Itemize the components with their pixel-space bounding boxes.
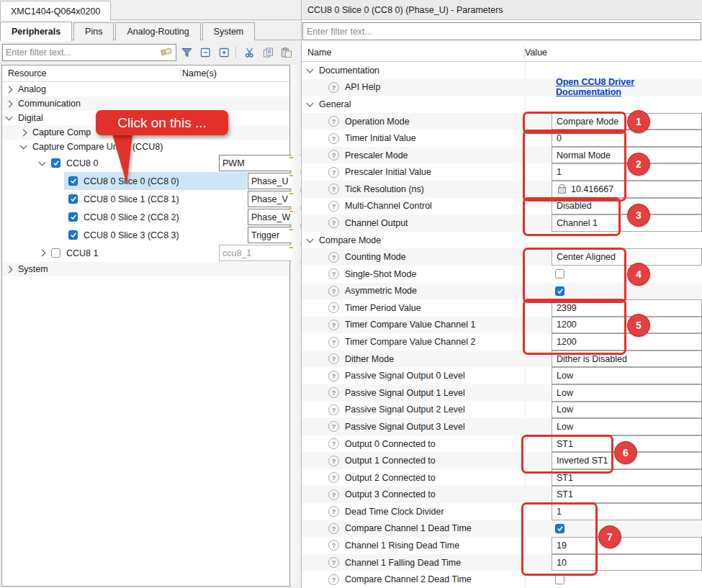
tab-peripherals[interactable]: Peripherals: [0, 22, 72, 41]
param-value-dropdown[interactable]: Low: [552, 402, 702, 419]
param-value-dropdown[interactable]: Dither is Disabled: [552, 350, 702, 368]
chevron-down-icon[interactable]: [20, 143, 27, 150]
help-icon[interactable]: ?: [328, 302, 339, 313]
help-icon[interactable]: ?: [328, 472, 339, 483]
help-icon[interactable]: ?: [328, 150, 339, 160]
param-value-input[interactable]: 1: [552, 503, 702, 520]
tree-row-ccu8-0-slice-2-cc8-2[interactable]: CCU8 0 Slice 2 (CC8 2)Phase_W: [2, 208, 289, 226]
copy-icon[interactable]: [259, 45, 276, 60]
param-label: Timer Initial Value: [345, 133, 416, 143]
help-icon[interactable]: ?: [328, 574, 339, 585]
help-icon[interactable]: ?: [328, 268, 339, 279]
param-value-input[interactable]: 1200: [552, 333, 702, 350]
help-icon[interactable]: ?: [328, 337, 339, 348]
tree-row-ccu8-0-slice-1-cc8-1[interactable]: CCU8 0 Slice 1 (CC8 1)Phase_V: [2, 190, 289, 208]
tree-row-ccu8-1[interactable]: CCU8 1ccu8_1: [2, 244, 289, 262]
name-column-header[interactable]: Name: [302, 48, 525, 58]
column-divider[interactable]: [181, 67, 181, 80]
chevron-down-icon[interactable]: [307, 65, 314, 73]
tree-row-ccu8-0-slice-0-cc8-0[interactable]: CCU8 0 Slice 0 (CC8 0)Phase_U: [2, 172, 289, 190]
help-icon[interactable]: ?: [328, 438, 339, 449]
help-icon[interactable]: ?: [328, 506, 339, 517]
value-column-header[interactable]: Value: [525, 48, 547, 58]
left-filter-input[interactable]: Enter filter text...: [2, 44, 176, 61]
help-icon[interactable]: ?: [328, 387, 339, 398]
param-value-dropdown[interactable]: ST1: [552, 469, 702, 487]
help-icon[interactable]: ?: [328, 252, 339, 263]
collapse-all-icon[interactable]: [197, 45, 214, 60]
resource-column-header[interactable]: Resource: [2, 68, 182, 78]
param-value-dropdown[interactable]: ST1: [552, 486, 702, 503]
cut-icon[interactable]: [240, 45, 258, 60]
help-icon[interactable]: ?: [328, 116, 339, 127]
param-row-channel-1-rising-dead-time: ?Channel 1 Rising Dead Time19: [302, 537, 702, 554]
help-icon[interactable]: ?: [328, 217, 339, 228]
checked-checkbox[interactable]: [555, 524, 564, 533]
unchecked-checkbox[interactable]: [51, 248, 60, 258]
filter-funnel-icon[interactable]: [178, 45, 195, 60]
checked-checkbox[interactable]: [68, 230, 78, 240]
param-label: Channel Output: [345, 218, 408, 228]
names-column-header[interactable]: Name(s): [182, 68, 217, 78]
help-icon[interactable]: ?: [328, 320, 339, 330]
documentation-link[interactable]: Open CCU8 Driver Documentation: [556, 77, 702, 97]
help-icon[interactable]: ?: [328, 404, 339, 415]
tree-row-ccu8-0[interactable]: CCU8 0PWM: [2, 154, 289, 172]
help-icon[interactable]: ?: [328, 167, 339, 178]
help-icon[interactable]: ?: [328, 184, 339, 194]
checked-checkbox[interactable]: [68, 176, 78, 186]
section-label: General: [319, 99, 351, 109]
column-divider[interactable]: [524, 46, 525, 59]
tree-row-communication[interactable]: Communication: [2, 96, 289, 111]
tree-row-ccu8-0-slice-3-cc8-3[interactable]: CCU8 0 Slice 3 (CC8 3)Trigger: [2, 226, 289, 244]
chevron-down-icon[interactable]: [6, 114, 13, 121]
chevron-right-icon[interactable]: [6, 86, 13, 93]
param-value-input[interactable]: 2399: [552, 299, 702, 317]
help-icon[interactable]: ?: [328, 557, 339, 568]
eraser-icon[interactable]: [161, 47, 173, 58]
tab-pins[interactable]: Pins: [73, 22, 114, 40]
tab-system[interactable]: System: [202, 22, 256, 40]
chevron-right-icon[interactable]: [6, 266, 13, 273]
tree-row-system[interactable]: System: [2, 262, 289, 276]
window-tab[interactable]: XMC1404-Q064x0200: [0, 1, 111, 21]
checked-checkbox[interactable]: [555, 286, 564, 296]
chevron-down-icon[interactable]: [39, 158, 46, 166]
help-icon[interactable]: ?: [328, 523, 339, 534]
chevron-down-icon[interactable]: [307, 235, 314, 243]
checked-checkbox[interactable]: [51, 158, 60, 168]
left-scroll-strip[interactable]: [292, 65, 300, 587]
chevron-right-icon[interactable]: [39, 250, 46, 257]
param-value-dropdown[interactable]: Low: [552, 384, 702, 402]
chevron-right-icon[interactable]: [6, 100, 13, 107]
help-icon[interactable]: ?: [328, 201, 339, 212]
chevron-right-icon[interactable]: [20, 129, 27, 136]
help-icon[interactable]: ?: [328, 133, 339, 144]
checked-checkbox[interactable]: [68, 194, 78, 204]
tab-analog-routing[interactable]: Analog-Routing: [115, 22, 200, 40]
chevron-down-icon[interactable]: [307, 99, 314, 107]
help-icon[interactable]: ?: [328, 421, 339, 432]
help-icon[interactable]: ?: [328, 82, 339, 93]
param-value-input[interactable]: 10: [552, 554, 702, 571]
checked-checkbox[interactable]: [68, 212, 78, 222]
param-value-dropdown[interactable]: Center Aligned: [552, 248, 702, 266]
param-value-dropdown[interactable]: Low: [552, 367, 702, 384]
unchecked-checkbox[interactable]: [555, 269, 564, 279]
tree-row-capture-compare-unit-8-ccu8[interactable]: Capture Compare Unit 8 (CCU8): [2, 140, 289, 154]
expand-all-icon[interactable]: [215, 45, 233, 60]
paste-icon[interactable]: [278, 45, 295, 60]
param-value-input[interactable]: 19: [552, 537, 702, 554]
param-value-dropdown[interactable]: Low: [552, 418, 702, 435]
parameters-filter-input[interactable]: Enter filter text...: [302, 22, 701, 40]
help-icon[interactable]: ?: [328, 353, 339, 364]
help-icon[interactable]: ?: [328, 540, 339, 551]
help-icon[interactable]: ?: [328, 371, 339, 381]
help-icon[interactable]: ?: [328, 456, 339, 466]
help-icon[interactable]: ?: [328, 489, 339, 500]
lock-icon: [558, 187, 566, 194]
param-value-input[interactable]: 0: [552, 130, 702, 147]
help-icon[interactable]: ?: [328, 286, 339, 297]
unchecked-checkbox[interactable]: [555, 575, 564, 584]
tree-row-analog[interactable]: Analog: [2, 82, 289, 96]
